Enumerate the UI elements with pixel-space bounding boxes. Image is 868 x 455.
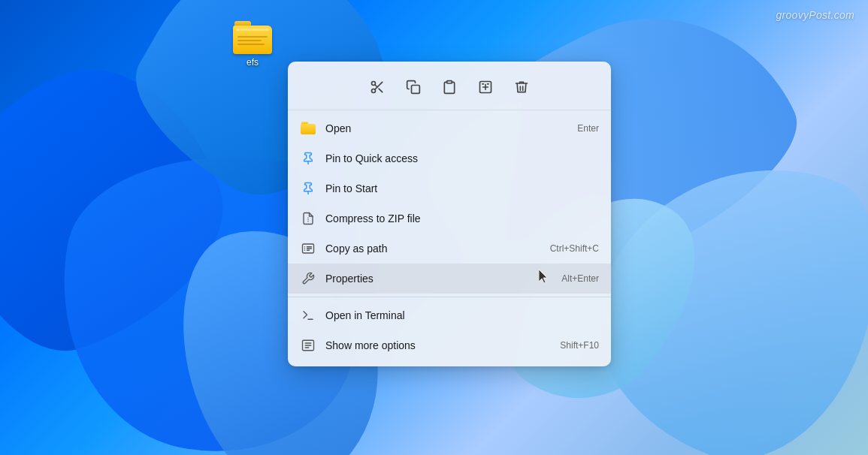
pin-icon (301, 152, 315, 165)
rename-button[interactable] (469, 74, 502, 101)
menu-item-properties[interactable]: Properties Alt+Enter (288, 264, 611, 294)
folder-line-2 (237, 40, 262, 41)
folder-line-3 (237, 44, 265, 45)
menu-open-shortcut: Enter (577, 123, 599, 134)
folder-line-1 (237, 36, 268, 38)
folder-small-icon (301, 122, 316, 135)
terminal-icon (301, 309, 315, 322)
copy-path-icon (301, 242, 315, 255)
menu-separator (288, 297, 611, 297)
menu-pin-start-label: Pin to Start (325, 182, 584, 194)
cut-icon (370, 80, 385, 95)
folder-label: efs (246, 57, 259, 68)
menu-pin-start-icon (300, 180, 316, 197)
delete-button[interactable] (505, 74, 538, 101)
folder-icon-graphic (233, 21, 272, 54)
pin-start-icon (301, 182, 315, 195)
zip-icon (301, 212, 315, 225)
menu-item-pin-start[interactable]: Pin to Start (288, 173, 611, 203)
menu-properties-label: Properties (325, 273, 546, 285)
desktop-folder-icon[interactable]: efs (233, 21, 272, 68)
menu-more-options-label: Show more options (325, 339, 545, 351)
context-menu: Open Enter Pin to Quick access Pin (288, 62, 611, 366)
menu-compress-label: Compress to ZIP file (325, 212, 584, 224)
folder-body (233, 26, 272, 54)
mouse-cursor (539, 270, 551, 285)
rename-icon (478, 80, 493, 95)
watermark: groovyPost.com (776, 9, 854, 21)
menu-pin-quick-icon (300, 150, 316, 167)
menu-properties-shortcut: Alt+Enter (561, 273, 599, 284)
menu-more-options-icon (300, 337, 316, 354)
menu-open-label: Open (325, 122, 562, 134)
paste-icon (442, 80, 457, 95)
folder-lines (237, 36, 268, 47)
svg-line-4 (375, 85, 377, 87)
menu-pin-quick-label: Pin to Quick access (325, 152, 584, 164)
copy-button[interactable] (397, 74, 430, 101)
menu-compress-icon (300, 210, 316, 227)
menu-terminal-icon (300, 307, 316, 324)
menu-copy-path-icon (300, 240, 316, 257)
menu-open-icon (300, 120, 316, 137)
folder-small-body (301, 124, 316, 134)
menu-item-terminal[interactable]: Open in Terminal (288, 300, 611, 330)
menu-item-copy-path[interactable]: Copy as path Ctrl+Shift+C (288, 234, 611, 264)
more-options-icon (301, 339, 315, 352)
menu-item-pin-quick[interactable]: Pin to Quick access (288, 143, 611, 173)
wrench-icon (301, 272, 315, 285)
svg-rect-5 (412, 86, 420, 94)
menu-copy-path-shortcut: Ctrl+Shift+C (550, 243, 599, 254)
menu-terminal-label: Open in Terminal (325, 309, 584, 321)
menu-more-options-shortcut: Shift+F10 (560, 340, 599, 351)
svg-line-3 (379, 89, 383, 92)
desktop: groovyPost.com efs (0, 0, 868, 455)
svg-rect-6 (447, 81, 452, 83)
menu-item-compress[interactable]: Compress to ZIP file (288, 203, 611, 234)
cut-button[interactable] (361, 74, 394, 101)
menu-item-more-options[interactable]: Show more options Shift+F10 (288, 330, 611, 360)
paste-button[interactable] (433, 74, 466, 101)
menu-properties-icon (300, 270, 316, 287)
menu-copy-path-label: Copy as path (325, 243, 535, 255)
delete-icon (514, 80, 529, 95)
copy-icon (406, 80, 421, 95)
menu-item-open[interactable]: Open Enter (288, 113, 611, 143)
context-toolbar (288, 68, 611, 110)
